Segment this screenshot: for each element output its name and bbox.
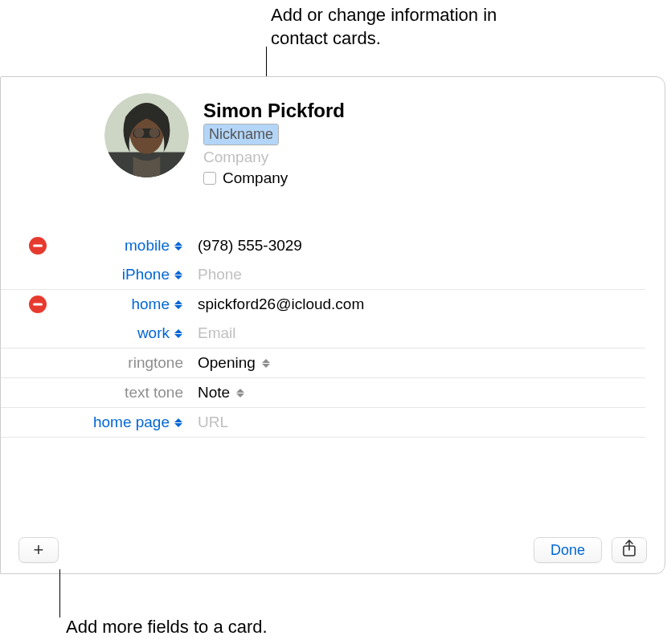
ringtone-row: ringtone Opening — [1, 348, 645, 377]
email-section: home spickford26@icloud.com work Email — [1, 290, 645, 348]
phone-value-field[interactable]: (978) 555-3029 — [183, 237, 645, 255]
texttone-section: text tone Note — [1, 378, 645, 408]
avatar[interactable] — [104, 93, 189, 177]
phone-label-select[interactable]: mobile — [125, 237, 170, 255]
stepper-icon[interactable] — [174, 418, 183, 427]
stepper-icon[interactable] — [174, 300, 183, 309]
homepage-row: home page URL — [1, 408, 645, 437]
ringtone-label: ringtone — [128, 354, 183, 372]
phone-value-field[interactable]: Phone — [183, 266, 645, 283]
nickname-field[interactable]: Nickname — [203, 124, 279, 145]
texttone-row: text tone Note — [1, 378, 645, 407]
phone-row: mobile (978) 555-3029 — [1, 231, 645, 260]
company-checkbox-label: Company — [223, 169, 288, 187]
stepper-icon[interactable] — [174, 329, 183, 338]
svg-point-6 — [149, 128, 160, 138]
homepage-value-field[interactable]: URL — [183, 414, 645, 431]
email-row: home spickford26@icloud.com — [1, 290, 645, 319]
contact-name[interactable]: Simon Pickford — [203, 100, 345, 122]
add-field-button[interactable]: + — [18, 537, 59, 563]
bottom-toolbar: + Done — [1, 527, 665, 573]
texttone-select[interactable]: Note — [198, 384, 245, 401]
callout-line-bottom — [59, 569, 60, 618]
email-label-select[interactable]: work — [137, 324, 170, 342]
phone-row: iPhone Phone — [1, 260, 645, 289]
company-checkbox[interactable] — [203, 172, 216, 185]
delete-icon[interactable] — [29, 296, 47, 313]
phone-label-select[interactable]: iPhone — [122, 266, 170, 283]
svg-point-5 — [134, 128, 145, 138]
ringtone-select[interactable]: Opening — [198, 354, 271, 372]
homepage-label-select[interactable]: home page — [93, 414, 170, 431]
contact-header: Simon Pickford Nickname Company Company — [1, 77, 665, 187]
ringtone-section: ringtone Opening — [1, 348, 645, 378]
share-icon — [622, 540, 636, 561]
contact-card-window: Simon Pickford Nickname Company Company … — [0, 76, 665, 574]
stepper-icon — [262, 359, 271, 368]
texttone-label: text tone — [125, 384, 183, 401]
stepper-icon[interactable] — [174, 242, 183, 251]
email-label-select[interactable]: home — [131, 296, 170, 313]
name-block: Simon Pickford Nickname Company Company — [203, 93, 345, 187]
email-row: work Email — [1, 319, 645, 348]
callout-top: Add or change information in contact car… — [271, 4, 552, 50]
share-button[interactable] — [612, 537, 647, 563]
field-list: mobile (978) 555-3029 iPhone Phone — [1, 231, 665, 438]
company-field[interactable]: Company — [203, 149, 345, 166]
callout-bottom: Add more fields to a card. — [66, 616, 268, 639]
phone-section: mobile (978) 555-3029 iPhone Phone — [1, 231, 645, 290]
done-button[interactable]: Done — [534, 537, 602, 563]
avatar-icon — [104, 93, 189, 177]
stepper-icon[interactable] — [174, 271, 183, 279]
email-value-field[interactable]: spickford26@icloud.com — [183, 296, 645, 313]
delete-icon[interactable] — [29, 237, 47, 255]
homepage-section: home page URL — [1, 408, 645, 438]
email-value-field[interactable]: Email — [183, 324, 645, 342]
stepper-icon — [236, 389, 245, 397]
